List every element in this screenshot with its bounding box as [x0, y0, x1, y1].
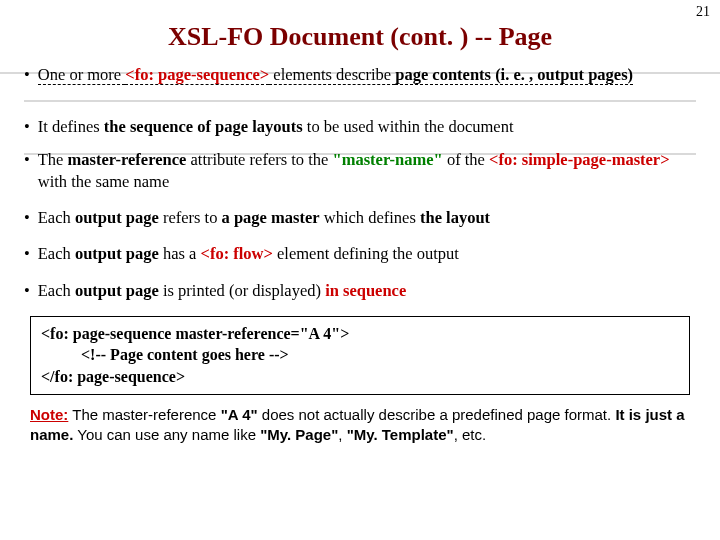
emphasis-text: output page: [75, 208, 159, 227]
text: elements describe: [269, 65, 395, 85]
xml-tag: <fo: flow>: [201, 244, 273, 263]
emphasis-text: output page: [75, 244, 159, 263]
code-line: </fo: page-sequence>: [41, 368, 185, 385]
bullet-dot: •: [24, 207, 30, 229]
bullet-item: • One or more <fo: page-sequence> elemen…: [24, 64, 696, 86]
text: refers to: [159, 208, 222, 227]
bullet-text: The master-reference attribute refers to…: [38, 149, 696, 194]
text: The master-reference: [68, 406, 220, 423]
page-title: XSL-FO Document (cont. ) -- Page: [0, 22, 720, 52]
attribute-value: "master-name": [333, 150, 443, 169]
code-attr: master-reference="A 4">: [175, 325, 349, 342]
note-text: Note: The master-reference "A 4" does no…: [30, 405, 690, 446]
bullet-item: • Each output page is printed (or displa…: [24, 280, 696, 302]
emphasis-text: the sequence of page layouts: [104, 117, 303, 136]
text: It defines: [38, 117, 104, 136]
emphasis-text: page contents (i. e. , output pages): [395, 65, 633, 85]
bullet-item: • Each output page refers to a page mast…: [24, 207, 696, 229]
text: of the: [443, 150, 489, 169]
attribute-name: master-reference: [68, 150, 187, 169]
text: element defining the output: [273, 244, 459, 263]
bullet-item: • The master-reference attribute refers …: [24, 149, 696, 194]
text: ,: [338, 426, 346, 443]
text: Each: [38, 208, 75, 227]
bullet-item: • It defines the sequence of page layout…: [24, 116, 696, 138]
text: is printed (or displayed): [159, 281, 325, 300]
text: to be used within the document: [303, 117, 514, 136]
bullet-item: • Each output page has a <fo: flow> elem…: [24, 243, 696, 265]
bullet-text: Each output page has a <fo: flow> elemen…: [38, 243, 696, 265]
text: has a: [159, 244, 201, 263]
code-line: <!-- Page content goes here -->: [41, 344, 679, 366]
bullet-dot: •: [24, 64, 30, 86]
text: The: [38, 150, 68, 169]
text: , etc.: [454, 426, 487, 443]
text: Each: [38, 244, 75, 263]
bullet-list: • One or more <fo: page-sequence> elemen…: [0, 64, 720, 302]
page-number: 21: [696, 4, 710, 20]
bullet-dot: •: [24, 280, 30, 302]
emphasis-text: in sequence: [325, 281, 406, 300]
note-label: Note:: [30, 406, 68, 423]
bullet-dot: •: [24, 116, 30, 138]
example-name: "My. Page": [260, 426, 338, 443]
bullet-text: Each output page refers to a page master…: [38, 207, 696, 229]
xml-tag: <fo: page-sequence>: [125, 65, 269, 85]
text: with the same name: [38, 172, 170, 191]
text: Each: [38, 281, 75, 300]
text: which defines: [320, 208, 420, 227]
emphasis-text: output page: [75, 281, 159, 300]
code-snippet: <fo: page-sequence master-reference="A 4…: [30, 316, 690, 395]
code-line: <fo: page-sequence master-reference="A 4…: [41, 325, 349, 342]
bullet-dot: •: [24, 149, 30, 194]
bullet-text: It defines the sequence of page layouts …: [38, 116, 696, 138]
text: attribute refers to the: [186, 150, 332, 169]
example-name: "My. Template": [347, 426, 454, 443]
bullet-text: Each output page is printed (or displaye…: [38, 280, 696, 302]
text: does not actually describe a predefined …: [258, 406, 616, 423]
bullet-text: One or more <fo: page-sequence> elements…: [38, 64, 696, 86]
emphasis-text: "A 4": [221, 406, 258, 423]
text: You can use any name like: [73, 426, 260, 443]
divider: [24, 100, 696, 102]
emphasis-text: the layout: [420, 208, 490, 227]
emphasis-text: a page master: [222, 208, 320, 227]
xml-tag: <fo: simple-page-master>: [489, 150, 670, 169]
text: One or more: [38, 65, 126, 85]
bullet-dot: •: [24, 243, 30, 265]
code-text: <fo: page-sequence: [41, 325, 175, 342]
